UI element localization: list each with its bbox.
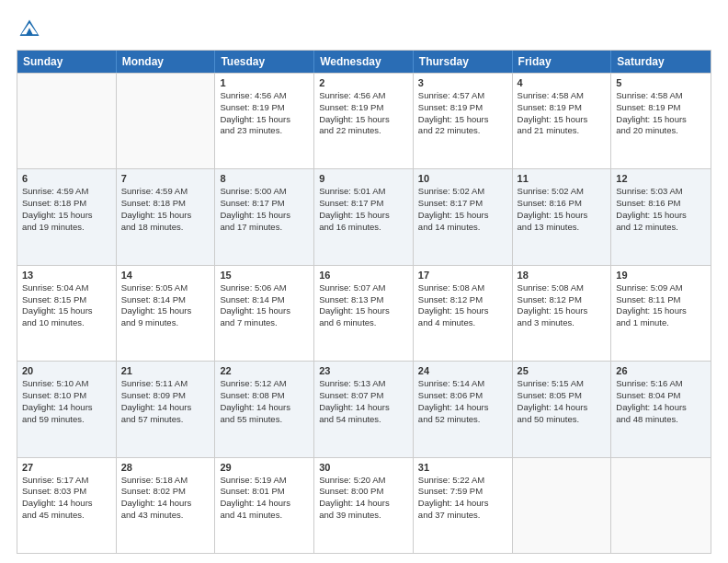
cell-line: Sunrise: 5:14 AM	[418, 378, 507, 390]
day-number: 21	[121, 365, 210, 376]
day-number: 24	[418, 365, 507, 376]
calendar-cell: 26Sunrise: 5:16 AMSunset: 8:04 PMDayligh…	[611, 362, 711, 456]
cell-line: and 59 minutes.	[22, 414, 111, 426]
day-number: 26	[616, 365, 706, 376]
weekday-header: Saturday	[611, 51, 711, 73]
calendar-cell: 31Sunrise: 5:22 AMSunset: 7:59 PMDayligh…	[414, 458, 513, 553]
cell-line: Sunset: 8:17 PM	[319, 198, 408, 210]
day-number: 10	[418, 173, 507, 184]
calendar-cell: 23Sunrise: 5:13 AMSunset: 8:07 PMDayligh…	[314, 362, 414, 456]
calendar-cell	[117, 74, 216, 168]
day-number: 19	[616, 270, 706, 281]
calendar-row: 6Sunrise: 4:59 AMSunset: 8:18 PMDaylight…	[17, 168, 711, 264]
day-number: 8	[220, 173, 309, 184]
cell-line: Sunset: 8:01 PM	[220, 486, 309, 498]
cell-line: Daylight: 15 hours	[22, 210, 111, 222]
cell-line: Sunset: 8:19 PM	[418, 102, 507, 114]
cell-line: and 54 minutes.	[319, 414, 408, 426]
calendar-cell: 27Sunrise: 5:17 AMSunset: 8:03 PMDayligh…	[17, 458, 117, 553]
cell-line: Daylight: 15 hours	[518, 305, 607, 317]
cell-line: Daylight: 15 hours	[319, 305, 408, 317]
calendar-cell: 20Sunrise: 5:10 AMSunset: 8:10 PMDayligh…	[17, 362, 117, 456]
weekday-header: Tuesday	[215, 51, 314, 73]
day-number: 9	[319, 173, 408, 184]
cell-line: Sunrise: 5:13 AM	[319, 378, 408, 390]
cell-line: Sunset: 8:00 PM	[319, 486, 408, 498]
logo-icon	[17, 17, 42, 42]
calendar-cell: 22Sunrise: 5:12 AMSunset: 8:08 PMDayligh…	[215, 362, 314, 456]
calendar-cell: 13Sunrise: 5:04 AMSunset: 8:15 PMDayligh…	[17, 266, 117, 361]
cell-line: Sunrise: 5:06 AM	[220, 282, 309, 294]
weekday-header: Sunday	[17, 51, 117, 73]
cell-line: and 16 minutes.	[319, 222, 408, 234]
cell-line: and 20 minutes.	[616, 125, 706, 137]
cell-line: Daylight: 14 hours	[319, 402, 408, 414]
cell-line: Sunset: 8:05 PM	[518, 390, 607, 402]
day-number: 14	[121, 270, 210, 281]
cell-line: Sunset: 8:02 PM	[121, 486, 210, 498]
cell-line: Sunrise: 5:03 AM	[616, 186, 706, 198]
cell-line: Daylight: 15 hours	[418, 114, 507, 126]
day-number: 28	[121, 462, 210, 473]
day-number: 29	[220, 462, 309, 473]
cell-line: Sunset: 7:59 PM	[418, 486, 507, 498]
cell-line: and 57 minutes.	[121, 414, 210, 426]
cell-line: Daylight: 15 hours	[22, 305, 111, 317]
calendar-row: 13Sunrise: 5:04 AMSunset: 8:15 PMDayligh…	[17, 265, 711, 361]
cell-line: Sunrise: 4:56 AM	[220, 90, 309, 102]
header	[17, 17, 711, 42]
calendar-cell: 21Sunrise: 5:11 AMSunset: 8:09 PMDayligh…	[117, 362, 216, 456]
cell-line: Daylight: 14 hours	[319, 498, 408, 510]
calendar-cell: 16Sunrise: 5:07 AMSunset: 8:13 PMDayligh…	[314, 266, 414, 361]
cell-line: and 52 minutes.	[418, 414, 507, 426]
cell-line: Sunrise: 5:17 AM	[22, 475, 111, 487]
calendar-cell: 18Sunrise: 5:08 AMSunset: 8:12 PMDayligh…	[513, 266, 612, 361]
cell-line: Sunrise: 5:05 AM	[121, 282, 210, 294]
calendar-cell: 15Sunrise: 5:06 AMSunset: 8:14 PMDayligh…	[215, 266, 314, 361]
calendar-cell: 30Sunrise: 5:20 AMSunset: 8:00 PMDayligh…	[314, 458, 414, 553]
cell-line: Sunset: 8:17 PM	[220, 198, 309, 210]
cell-line: Sunrise: 4:59 AM	[22, 186, 111, 198]
cell-line: Sunset: 8:18 PM	[121, 198, 210, 210]
cell-line: and 6 minutes.	[319, 317, 408, 329]
calendar-header: SundayMondayTuesdayWednesdayThursdayFrid…	[17, 51, 711, 73]
calendar-row: 20Sunrise: 5:10 AMSunset: 8:10 PMDayligh…	[17, 361, 711, 456]
cell-line: and 14 minutes.	[418, 222, 507, 234]
logo	[17, 17, 46, 42]
day-number: 6	[22, 173, 111, 184]
cell-line: Sunrise: 5:15 AM	[518, 378, 607, 390]
day-number: 30	[319, 462, 408, 473]
cell-line: Daylight: 15 hours	[220, 305, 309, 317]
cell-line: and 19 minutes.	[22, 222, 111, 234]
day-number: 7	[121, 173, 210, 184]
cell-line: Daylight: 15 hours	[418, 305, 507, 317]
cell-line: Daylight: 15 hours	[319, 114, 408, 126]
cell-line: Sunrise: 5:22 AM	[418, 475, 507, 487]
day-number: 18	[518, 270, 607, 281]
day-number: 5	[616, 77, 706, 88]
calendar-cell: 4Sunrise: 4:58 AMSunset: 8:19 PMDaylight…	[513, 74, 612, 168]
cell-line: Sunset: 8:16 PM	[616, 198, 706, 210]
cell-line: Sunrise: 5:19 AM	[220, 475, 309, 487]
calendar-cell: 24Sunrise: 5:14 AMSunset: 8:06 PMDayligh…	[414, 362, 513, 456]
cell-line: and 7 minutes.	[220, 317, 309, 329]
cell-line: Daylight: 14 hours	[121, 402, 210, 414]
cell-line: Sunrise: 5:02 AM	[518, 186, 607, 198]
cell-line: and 4 minutes.	[418, 317, 507, 329]
cell-line: Daylight: 14 hours	[418, 498, 507, 510]
day-number: 1	[220, 77, 309, 88]
calendar-cell: 8Sunrise: 5:00 AMSunset: 8:17 PMDaylight…	[215, 169, 314, 264]
calendar-cell	[611, 458, 711, 553]
weekday-header: Friday	[513, 51, 612, 73]
cell-line: Daylight: 15 hours	[518, 114, 607, 126]
cell-line: Daylight: 14 hours	[220, 402, 309, 414]
day-number: 27	[22, 462, 111, 473]
cell-line: Sunset: 8:18 PM	[22, 198, 111, 210]
day-number: 23	[319, 365, 408, 376]
day-number: 2	[319, 77, 408, 88]
cell-line: and 10 minutes.	[22, 317, 111, 329]
calendar-cell: 11Sunrise: 5:02 AMSunset: 8:16 PMDayligh…	[513, 169, 612, 264]
cell-line: Daylight: 14 hours	[418, 402, 507, 414]
cell-line: Sunrise: 5:00 AM	[220, 186, 309, 198]
cell-line: Daylight: 14 hours	[22, 402, 111, 414]
